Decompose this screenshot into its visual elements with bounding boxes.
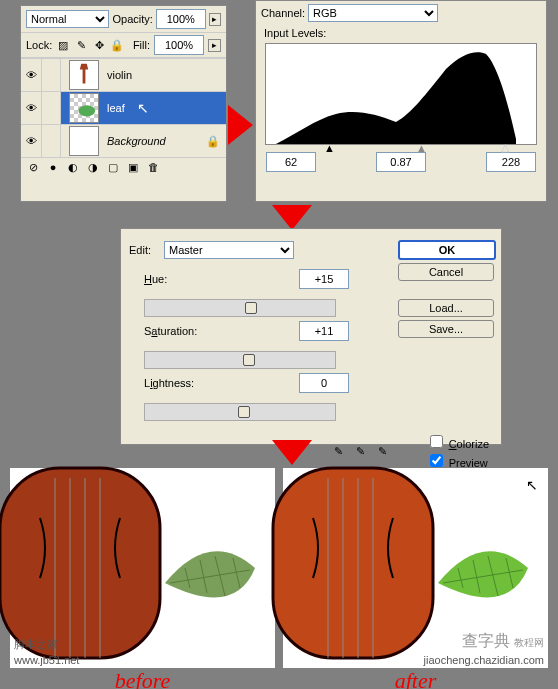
visibility-icon[interactable]: 👁 [21, 125, 42, 157]
layer-name: Background [107, 135, 166, 147]
white-slider-icon[interactable]: △ [501, 141, 509, 154]
fx-icon[interactable]: ● [46, 161, 60, 174]
lock-all-icon[interactable]: 🔒 [110, 39, 124, 52]
trash-icon[interactable]: 🗑 [146, 161, 160, 174]
histogram: ▲ ▲ △ [265, 43, 537, 145]
lightness-label: Lightness: [144, 377, 209, 389]
watermark: 脚本之家 [14, 637, 58, 652]
channel-label: Channel: [261, 7, 305, 19]
lock-transparency-icon[interactable]: ▨ [56, 39, 70, 52]
lock-paint-icon[interactable]: ✎ [74, 39, 88, 52]
layer-name: leaf [107, 102, 125, 114]
link-icon[interactable]: ⊘ [26, 161, 40, 174]
folder-icon[interactable]: ▢ [106, 161, 120, 174]
watermark: 查字典 教程网 [462, 631, 544, 652]
layers-footer: ⊘ ● ◐ ◑ ▢ ▣ 🗑 [21, 157, 226, 177]
layer-row-violin[interactable]: 👁 violin [21, 58, 226, 91]
gamma-slider-icon[interactable]: ▲ [416, 142, 427, 154]
black-point-input[interactable] [266, 152, 316, 172]
input-levels-label: Input Levels: [256, 25, 546, 41]
edit-select[interactable]: Master [164, 241, 294, 259]
hue-input[interactable] [299, 269, 349, 289]
before-caption: before [10, 668, 275, 689]
svg-rect-1 [0, 468, 160, 658]
adjustment-icon[interactable]: ◑ [86, 161, 100, 174]
hue-slider[interactable] [144, 299, 336, 317]
eyedropper-plus-icon[interactable]: ✎ [354, 445, 368, 458]
fill-flyout-icon[interactable]: ▸ [208, 39, 221, 52]
saturation-slider[interactable] [144, 351, 336, 369]
visibility-icon[interactable]: 👁 [21, 59, 42, 91]
eyedropper-minus-icon[interactable]: ✎ [376, 445, 390, 458]
lightness-input[interactable] [299, 373, 349, 393]
opacity-label: Opacity: [112, 13, 152, 25]
eyedropper-icon[interactable]: ✎ [332, 445, 346, 458]
visibility-icon[interactable]: 👁 [21, 92, 42, 124]
save-button[interactable]: Save... [398, 320, 494, 338]
cancel-button[interactable]: Cancel [398, 263, 494, 281]
layer-name: violin [107, 69, 132, 81]
thumbnail [69, 93, 99, 123]
thumbnail [69, 126, 99, 156]
black-slider-icon[interactable]: ▲ [324, 142, 335, 154]
lock-position-icon[interactable]: ✥ [92, 39, 106, 52]
blend-mode-select[interactable]: Normal [26, 10, 109, 28]
cursor-pointer-icon: ↖ [526, 477, 538, 493]
hue-label: Hue: [144, 273, 209, 285]
lightness-slider[interactable] [144, 403, 336, 421]
load-button[interactable]: Load... [398, 299, 494, 317]
watermark: www.jb51.net [14, 654, 79, 666]
colorize-checkbox[interactable] [430, 435, 443, 448]
lock-icon: 🔒 [206, 135, 220, 148]
layers-panel: Normal Opacity: ▸ Lock: ▨ ✎ ✥ 🔒 Fill: ▸ … [20, 5, 227, 202]
colorize-label: Colorize [449, 438, 489, 450]
arrow-right-icon [228, 105, 253, 145]
opacity-flyout-icon[interactable]: ▸ [209, 13, 221, 26]
lock-label: Lock: [26, 39, 52, 51]
fill-input[interactable] [154, 35, 204, 55]
arrow-down-icon [272, 205, 312, 230]
after-image: 查字典 教程网 jiaocheng.chazidian.com [283, 468, 548, 668]
watermark: jiaocheng.chazidian.com [424, 654, 544, 666]
before-image: 脚本之家 www.jb51.net [10, 468, 275, 668]
edit-label: Edit: [129, 244, 164, 256]
cursor-pointer-icon: ↖ [137, 100, 149, 116]
after-caption: after [283, 668, 548, 689]
thumbnail [69, 60, 99, 90]
svg-point-0 [78, 105, 95, 116]
opacity-input[interactable] [156, 9, 206, 29]
layer-row-leaf[interactable]: 👁 leaf ↖ [21, 91, 226, 124]
channel-select[interactable]: RGB [308, 4, 438, 22]
saturation-label: Saturation: [144, 325, 209, 337]
saturation-input[interactable] [299, 321, 349, 341]
new-layer-icon[interactable]: ▣ [126, 161, 140, 174]
fill-label: Fill: [133, 39, 150, 51]
hue-saturation-panel: Edit: Master Hue: Saturation: Lightness: [120, 228, 502, 445]
svg-rect-7 [273, 468, 433, 658]
gamma-input[interactable] [376, 152, 426, 172]
levels-panel: Channel: RGB Input Levels: ▲ ▲ △ [255, 0, 547, 202]
ok-button[interactable]: OK [398, 240, 496, 260]
mask-icon[interactable]: ◐ [66, 161, 80, 174]
layer-row-background[interactable]: 👁 Background 🔒 [21, 124, 226, 157]
white-point-input[interactable] [486, 152, 536, 172]
